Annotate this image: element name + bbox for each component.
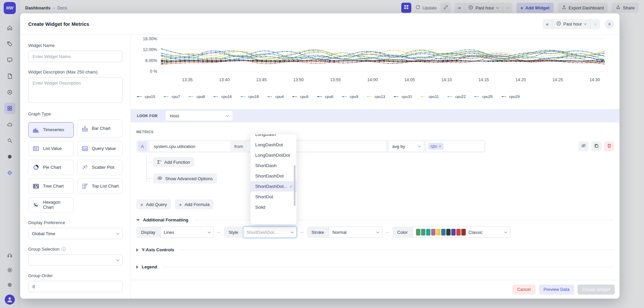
legend-item-cpu5[interactable]: cpu5: [292, 95, 309, 99]
legend-swatch-icon: [189, 96, 194, 98]
group-selection-label-text: Group Selection: [28, 247, 59, 252]
plus-icon: +: [179, 202, 182, 207]
widget-name-input[interactable]: [28, 51, 123, 62]
add-query-button[interactable]: + Add Query: [136, 199, 171, 209]
bar-chart-icon: [81, 125, 89, 132]
x-tick-label: 13:35: [182, 78, 192, 82]
style-option-shortdashdot[interactable]: ShortDashDot...✓: [250, 181, 296, 192]
y-tick-label: 18.00%: [143, 37, 157, 41]
graph-type-label: Hexagon Chart: [43, 200, 70, 210]
graph-type-bar-chart[interactable]: Bar Chart: [77, 119, 123, 138]
dropdown-scrollbar[interactable]: [294, 165, 295, 206]
legend-item-cpu31[interactable]: cpu31: [394, 95, 412, 99]
color-control: Color Classic: [393, 226, 510, 238]
graph-type-tree-chart[interactable]: Tree Chart: [28, 178, 74, 194]
legend-item-cpu7[interactable]: cpu7: [164, 95, 180, 99]
legend-item-cpu16[interactable]: cpu16: [214, 95, 232, 99]
widget-description-input[interactable]: [28, 77, 123, 103]
cancel-button[interactable]: Cancel: [512, 285, 535, 295]
style-option-longdash[interactable]: LongDash: [250, 134, 296, 140]
color-select[interactable]: Classic: [412, 226, 510, 238]
legend-swatch-icon: [367, 96, 373, 98]
legend-item-cpu6[interactable]: cpu6: [317, 95, 333, 99]
formatting-controls: Display Lines Style ShortDashDot...: [136, 226, 614, 238]
delete-query-button[interactable]: [604, 141, 614, 151]
add-formula-button[interactable]: + Add Formula: [175, 199, 214, 209]
style-option-shortdash[interactable]: ShortDash: [250, 160, 296, 171]
dash-separator: [386, 232, 389, 233]
modal-time-prev-button[interactable]: «: [543, 19, 552, 29]
modal-time-range: « Past hour »: [543, 19, 600, 29]
pie-chart-icon: [32, 164, 40, 171]
y-axis-controls-title: Y-Axis Controls: [142, 247, 174, 252]
look-for-select[interactable]: Host: [166, 111, 233, 121]
close-modal-button[interactable]: ×: [605, 19, 614, 29]
style-option-label: LongDashDot: [255, 142, 283, 147]
legend-swatch-icon: [292, 96, 298, 98]
legend-item-cpu4[interactable]: cpu4: [268, 95, 284, 99]
display-preference-value: Global Time: [32, 231, 55, 236]
color-value: Classic: [468, 230, 482, 235]
graph-type-top-list-chart[interactable]: Top List Chart: [77, 178, 123, 194]
style-option-solid[interactable]: Solid: [250, 202, 296, 212]
remove-tag-icon[interactable]: ×: [439, 144, 441, 148]
legend-label: cpu5: [300, 95, 309, 99]
dash-separator: [217, 232, 221, 233]
additional-formatting-header[interactable]: Additional Formatting: [136, 217, 614, 222]
graph-type-label: List Value: [43, 146, 62, 151]
stroke-value: Normal: [332, 230, 347, 235]
modal-header: Create Widget for Metrics « Past hour » …: [20, 13, 619, 35]
legend-item-cpu18[interactable]: cpu18: [241, 95, 259, 99]
aggregation-select[interactable]: avg by: [389, 141, 424, 151]
stroke-select[interactable]: Normal: [329, 226, 382, 238]
graph-type-list-value[interactable]: List Value: [28, 141, 74, 156]
group-by-input[interactable]: cpu ×: [426, 141, 484, 151]
graph-type-pie-chart[interactable]: Pie Chart: [28, 160, 74, 175]
graph-type-timeseries[interactable]: Timeseries: [28, 122, 74, 138]
legend-item-cpu9[interactable]: cpu9: [342, 95, 358, 99]
legend-swatch-icon: [342, 96, 348, 98]
legend-item-cpu22[interactable]: cpu22: [448, 95, 466, 99]
palette-swatch: [426, 229, 430, 236]
graph-type-query-value[interactable]: 5.12Query Value: [77, 141, 123, 156]
legend-item-cpu25[interactable]: cpu25: [474, 95, 493, 99]
legend-label: cpu22: [455, 95, 466, 99]
legend-item-cpu11[interactable]: cpu11: [421, 95, 439, 99]
metric-name-input[interactable]: [150, 141, 230, 151]
hide-query-button[interactable]: [579, 141, 589, 151]
style-option-longdashdot[interactable]: LongDashDot: [250, 140, 296, 150]
legend-label: cpu18: [248, 95, 259, 99]
duplicate-query-button[interactable]: [591, 141, 601, 151]
group-by-tag: cpu ×: [428, 143, 444, 150]
palette-swatch: [441, 229, 446, 236]
style-option-longdashdotdot[interactable]: LongDashDotDot: [250, 150, 296, 160]
add-function-button[interactable]: Σ+ Add Function: [153, 157, 194, 167]
style-select[interactable]: ShortDashDot...: [243, 226, 297, 238]
display-select[interactable]: Lines: [160, 226, 214, 238]
chevron-down-icon: [584, 22, 587, 25]
legend-item-cpu29[interactable]: cpu29: [502, 95, 520, 99]
modal-time-range-select[interactable]: Past hour: [552, 19, 591, 29]
graph-type-scatter-plot[interactable]: Scatter Plot: [77, 160, 123, 175]
display-preference-select[interactable]: Global Time: [28, 228, 123, 239]
hexagon-chart-icon: [32, 201, 40, 209]
style-option-shortdot[interactable]: ShortDot: [250, 192, 296, 202]
group-order-input[interactable]: [28, 281, 123, 292]
modal-time-next-button[interactable]: »: [591, 19, 600, 29]
legend-section-header[interactable]: Legend: [136, 264, 614, 269]
preview-data-button[interactable]: Preview Data: [539, 285, 574, 295]
graph-type-hexagon-chart[interactable]: Hexagon Chart: [28, 197, 74, 213]
style-option-shortdashdot[interactable]: ShortDashDot: [250, 171, 296, 181]
query-panel: 18.00%12.00%6.00%0 % 13:3513:4013:4513:5…: [131, 35, 619, 299]
legend-item-cpu15[interactable]: cpu15: [137, 95, 155, 99]
group-selection-select[interactable]: [28, 254, 123, 266]
legend-item-cpu8[interactable]: cpu8: [189, 95, 205, 99]
y-axis-controls-header[interactable]: Y-Axis Controls: [136, 247, 614, 252]
graph-type-label: Tree Chart: [43, 184, 64, 189]
legend-item-cpu13[interactable]: cpu13: [367, 95, 385, 99]
style-option-label: ShortDashDot: [255, 173, 284, 178]
legend-swatch-icon: [268, 96, 273, 98]
style-label: Style: [224, 226, 243, 238]
create-widget-button[interactable]: Create Widget: [578, 285, 615, 295]
show-advanced-options-button[interactable]: Show Advanced Options: [153, 173, 217, 184]
